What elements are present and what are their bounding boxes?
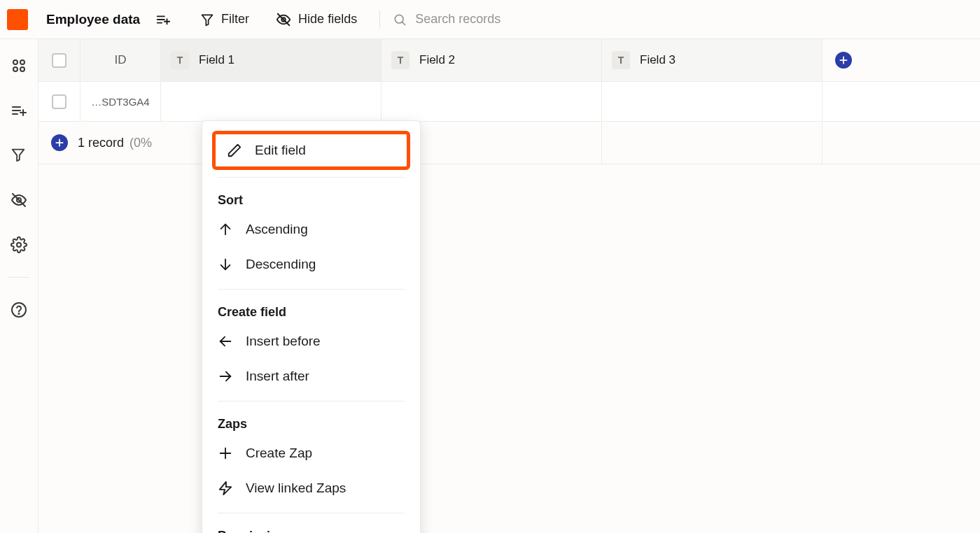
text-type-icon: T xyxy=(171,51,189,69)
svg-marker-35 xyxy=(220,482,232,495)
create-field-section-label: Create field xyxy=(202,297,420,324)
create-zap-menu-item[interactable]: Create Zap xyxy=(202,436,420,471)
hide-fields-rail-icon[interactable] xyxy=(10,192,27,208)
svg-marker-19 xyxy=(13,150,24,162)
table-footer-row: 1 record (0% lan xyxy=(38,122,980,164)
field2-header[interactable]: T Field 2 xyxy=(382,39,602,81)
create-zap-label: Create Zap xyxy=(246,446,312,461)
edit-field-label: Edit field xyxy=(255,143,306,158)
menu-divider xyxy=(218,177,405,178)
search-placeholder: Search records xyxy=(415,12,500,27)
hide-fields-button[interactable]: Hide fields xyxy=(272,12,361,27)
row-id-text: …SDT3GA4 xyxy=(91,96,149,108)
field1-header[interactable]: T Field 1 xyxy=(161,39,382,81)
row-field3-cell[interactable] xyxy=(602,82,822,121)
svg-line-9 xyxy=(402,22,405,24)
edit-field-menu-item[interactable]: Edit field xyxy=(212,131,410,170)
insert-after-menu-item[interactable]: Insert after xyxy=(202,359,420,394)
plus-icon xyxy=(218,446,233,461)
svg-point-10 xyxy=(13,60,18,64)
text-type-icon: T xyxy=(391,51,410,69)
descending-label: Descending xyxy=(246,257,316,272)
checkbox-icon xyxy=(52,94,66,109)
svg-point-11 xyxy=(20,60,24,64)
svg-marker-5 xyxy=(202,15,213,25)
row-checkbox-cell[interactable] xyxy=(38,82,80,121)
toolbar-divider xyxy=(379,10,380,29)
app-logo xyxy=(7,9,28,30)
table-row: …SDT3GA4 xyxy=(38,82,980,122)
field3-header-label: Field 3 xyxy=(640,53,676,67)
filter-rail-icon[interactable] xyxy=(10,147,27,164)
arrow-up-icon xyxy=(218,222,233,237)
footer-empty-field3 xyxy=(602,122,822,164)
id-header[interactable]: ID xyxy=(80,39,161,81)
add-column-quick-icon[interactable] xyxy=(151,8,175,31)
zaps-section-label: Zaps xyxy=(202,408,420,436)
pencil-icon xyxy=(227,143,242,158)
checkbox-icon xyxy=(52,53,66,68)
insert-after-label: Insert after xyxy=(246,369,309,384)
rail-divider xyxy=(8,277,29,278)
left-rail xyxy=(0,39,38,533)
field-context-menu: Edit field Sort Ascending Descending Cre… xyxy=(202,120,421,533)
search-icon xyxy=(393,13,407,27)
plus-circle-icon xyxy=(51,134,68,151)
arrow-right-icon xyxy=(218,369,233,384)
eye-off-icon xyxy=(276,12,291,27)
sort-descending-menu-item[interactable]: Descending xyxy=(202,247,420,282)
search-input-wrap[interactable]: Search records xyxy=(393,12,500,27)
table-title: Employee data xyxy=(46,12,140,27)
record-percent-text: (0% xyxy=(130,136,152,150)
hide-fields-label: Hide fields xyxy=(298,12,357,27)
top-bar: Employee data Filter Hide fields xyxy=(0,0,980,39)
field3-header[interactable]: T Field 3 xyxy=(602,39,822,81)
row-field1-cell[interactable] xyxy=(161,82,382,121)
select-all-checkbox-cell[interactable] xyxy=(38,39,80,81)
filter-label: Filter xyxy=(221,12,249,27)
help-icon[interactable] xyxy=(10,301,27,318)
svg-point-22 xyxy=(17,243,21,247)
field2-header-label: Field 2 xyxy=(419,53,455,67)
relations-icon[interactable] xyxy=(10,57,27,74)
permissions-section-label: Permissions xyxy=(202,520,420,533)
sort-ascending-menu-item[interactable]: Ascending xyxy=(202,212,420,247)
id-header-label: ID xyxy=(115,53,127,67)
arrow-left-icon xyxy=(218,334,233,349)
filter-button[interactable]: Filter xyxy=(196,12,253,27)
svg-point-12 xyxy=(13,67,18,71)
row-id-cell[interactable]: …SDT3GA4 xyxy=(80,82,161,121)
row-field2-cell[interactable] xyxy=(382,82,602,121)
record-count-text: 1 record xyxy=(78,136,124,150)
main-area: ID T Field 1 T Field 2 T Field 3 …SDT3 xyxy=(38,39,980,533)
view-linked-zaps-label: View linked Zaps xyxy=(246,481,346,496)
field1-header-label: Field 1 xyxy=(199,53,234,67)
add-field-header[interactable] xyxy=(822,39,864,81)
svg-point-24 xyxy=(18,313,19,314)
filter-icon xyxy=(200,13,214,27)
settings-icon[interactable] xyxy=(10,236,27,253)
view-linked-zaps-menu-item[interactable]: View linked Zaps xyxy=(202,471,420,506)
sort-section-label: Sort xyxy=(202,185,420,212)
add-rows-icon[interactable] xyxy=(10,102,27,119)
ascending-label: Ascending xyxy=(246,222,308,237)
plus-circle-icon xyxy=(835,52,852,69)
menu-divider xyxy=(218,289,405,290)
insert-before-menu-item[interactable]: Insert before xyxy=(202,324,420,359)
text-type-icon: T xyxy=(612,51,630,69)
table-header-row: ID T Field 1 T Field 2 T Field 3 xyxy=(38,39,980,82)
zap-bolt-icon xyxy=(218,481,233,496)
menu-divider xyxy=(218,401,405,401)
arrow-down-icon xyxy=(218,257,233,272)
insert-before-label: Insert before xyxy=(246,334,321,349)
svg-point-13 xyxy=(20,67,24,71)
menu-divider xyxy=(218,513,405,513)
